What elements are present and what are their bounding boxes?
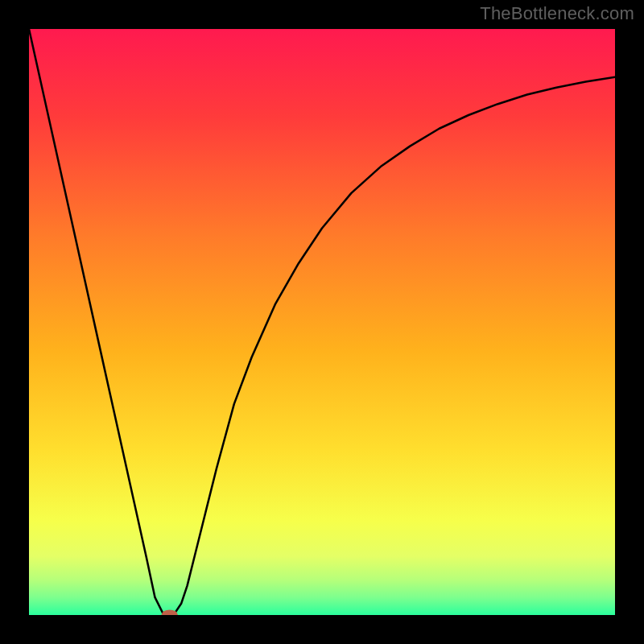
chart-svg <box>29 29 615 615</box>
watermark-label: TheBottleneck.com <box>480 3 634 24</box>
gradient-background <box>29 29 615 615</box>
plot-area <box>29 29 615 615</box>
chart-frame: TheBottleneck.com <box>0 0 644 644</box>
